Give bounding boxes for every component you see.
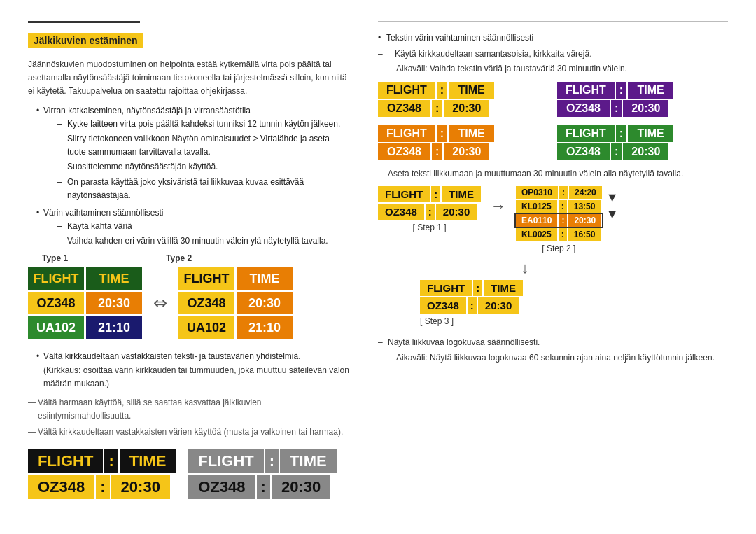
type2-board: FLIGHT TIME OZ348 20:30 (178, 267, 293, 339)
gb4-data-flight: OZ348 (557, 143, 610, 160)
type1-data-row-1: OZ348 20:30 (28, 292, 142, 314)
section-title: Jälkikuvien estäminen (28, 33, 144, 48)
type1-d1-col1: OZ348 (28, 292, 84, 314)
bullet-list-1: Virran katkaiseminen, näytönsäästäjä ja … (28, 104, 350, 248)
gb3-data-time: 20:30 (444, 143, 489, 160)
type1-d2-col2: 21:10 (86, 316, 142, 339)
sc-r3-colon: : (559, 214, 567, 227)
steps-row: FLIGHT : TIME OZ348 : 20:30 [ Step 1 ] → (378, 186, 728, 253)
type1-d1-col2: 20:30 (86, 292, 142, 314)
s1-hdr-time: TIME (442, 186, 481, 202)
gb3-hdr-flight: FLIGHT (378, 125, 435, 142)
avoid-note-1: Vältä kirkkaudeltaan vastakkaisten tekst… (36, 350, 350, 391)
step2-container: OP0310 : 24:20 KL0125 : 13:50 EA0110 (516, 186, 619, 253)
sc-r1-c1: OP0310 (516, 186, 558, 199)
gb2-hdr-flight: FLIGHT (557, 82, 615, 99)
s1-data-colon: : (426, 204, 435, 220)
sc-r3-c1: EA0110 (516, 214, 557, 227)
grid-board-1: FLIGHT : TIME OZ348 : 20:30 (378, 82, 549, 117)
sc-r2-colon: : (559, 200, 567, 213)
type2-data-row-2: UA102 21:10 (178, 316, 293, 339)
bb1-data-flight: OZ348 (28, 475, 94, 499)
bottom-dash-note: Näytä liikkuvaa logokuvaa säännöllisesti… (378, 336, 728, 349)
s3-data-flight: OZ348 (420, 297, 466, 314)
bottom-board-1: FLIGHT : TIME OZ348 : (28, 449, 176, 499)
gb2-hdr-time: TIME (628, 82, 673, 99)
gb4-data-colon: : (611, 143, 622, 160)
type2-d1-col2: 20:30 (237, 292, 293, 314)
sc-r1-c2: 24:20 (569, 186, 602, 199)
bb1-hdr-flight: FLIGHT (28, 449, 103, 473)
type1-d2-col1: UA102 (28, 316, 84, 339)
gb4-hdr-colon: : (616, 125, 626, 142)
em-note-1: Vältä harmaan käyttöä, sillä se saattaa … (28, 396, 350, 423)
grid-board-4: FLIGHT : TIME OZ348 : 20:30 (557, 125, 728, 160)
step3-label: [ Step 3 ] (420, 316, 454, 326)
bb2-data-flight: OZ348 (188, 475, 255, 499)
gb1-data-colon: : (432, 100, 442, 117)
right-column: Tekstin värin vaihtaminen säännöllisesti… (371, 21, 728, 520)
gb2-data-time: 20:30 (623, 100, 668, 117)
step1-board: FLIGHT : TIME OZ348 : 20:30 (378, 186, 481, 220)
bb2-hdr-flight: FLIGHT (188, 449, 263, 473)
type1-label: Type 1 (42, 253, 68, 263)
step2-scroll-board: OP0310 : 24:20 KL0125 : 13:50 EA0110 (516, 186, 602, 241)
avoid-notes: Vältä kirkkaudeltaan vastakkaisten tekst… (28, 350, 350, 391)
type2-d2-col2: 21:10 (237, 316, 293, 339)
gb3-data-colon: : (432, 143, 442, 160)
bb1-hdr-time: TIME (120, 449, 176, 473)
types-row: FLIGHT TIME OZ348 20:30 (28, 267, 350, 339)
step1-label: [ Step 1 ] (412, 223, 446, 232)
bullet-item-1: Virran katkaiseminen, näytönsäästäjä ja … (36, 104, 350, 202)
bb2-data-colon: : (257, 475, 270, 499)
sc-r4-c1: KL0025 (516, 228, 557, 241)
intro-text: Jäännöskuvien muodostuminen on helpointa… (28, 58, 350, 99)
bb1-hdr-colon: : (104, 449, 118, 473)
right-dash-scroll: Aseta teksti liikkumaan ja muuttumaan 30… (378, 167, 728, 181)
bb1-data-time: 20:30 (111, 475, 170, 499)
grid-board-2: FLIGHT : TIME OZ348 : 20:30 (557, 82, 728, 117)
s3-hdr-colon: : (473, 280, 482, 296)
dash-item-2-1: Käytä kahta väriä (57, 220, 350, 233)
gb1-hdr-time: TIME (449, 82, 494, 99)
gb3-data-flight: OZ348 (378, 143, 430, 160)
dash-item-1-2: Siirry tietokoneen valikkoon Näytön omin… (57, 132, 350, 159)
gb2-data-colon: : (611, 100, 622, 117)
dash-item-1-3: Suosittelemme näytönsäästäjän käyttöä. (57, 160, 350, 174)
s1-data-flight: OZ348 (378, 204, 424, 220)
gb4-hdr-flight: FLIGHT (557, 125, 615, 142)
sc-r2-c1: KL0125 (516, 200, 557, 213)
boards-grid-2x2: FLIGHT : TIME OZ348 : 20:30 FLIGHT : TIM… (378, 82, 728, 160)
em-note-2: Vältä kirkkaudeltaan vastakkaisten värie… (28, 426, 350, 439)
right-bullet-1: Tekstin värin vaihtaminen säännöllisesti (378, 31, 728, 45)
sc-r2-c2: 13:50 (568, 200, 601, 213)
type1-data-row-2: UA102 21:10 (28, 316, 142, 339)
type-labels-row: Type 1 Type 2 (42, 253, 350, 263)
gb3-hdr-colon: : (437, 125, 447, 142)
bottom-board-2: FLIGHT : TIME OZ348 : (188, 449, 336, 499)
s1-hdr-colon: : (431, 186, 440, 202)
double-arrow-icon: ⇔ (153, 293, 167, 313)
type1-h-flight: FLIGHT (28, 267, 84, 290)
bb2-hdr-colon: : (265, 449, 279, 473)
type1-h-time: TIME (86, 267, 142, 290)
type2-header-row: FLIGHT TIME (178, 267, 293, 290)
bottom-boards-row: FLIGHT : TIME OZ348 : (28, 449, 350, 499)
gb2-hdr-colon: : (616, 82, 626, 99)
down-arrow-icon: ↓ (522, 259, 529, 277)
step1-item: FLIGHT : TIME OZ348 : 20:30 [ Step 1 ] (378, 186, 481, 232)
s3-data-time: 20:30 (478, 297, 519, 314)
gb4-hdr-time: TIME (628, 125, 673, 142)
right-indent-1: Aikaväli: Vaihda tekstin väriä ja tausta… (378, 62, 728, 76)
step2-to-step3-arrow: ↓ (420, 259, 630, 277)
type2-label: Type 2 (166, 253, 192, 263)
step3-board: FLIGHT : TIME OZ348 : 20:30 (420, 280, 523, 314)
type1-board: FLIGHT TIME OZ348 20:30 (28, 267, 142, 339)
right-header-rule (378, 21, 728, 22)
type1-header-row: FLIGHT TIME (28, 267, 142, 290)
bb2-data-time: 20:30 (272, 475, 330, 499)
right-dash-1: Käytä kirkkaudeltaan samantasoisia, kirk… (378, 48, 728, 61)
scroll-arrows: ▼ ▼ (606, 190, 619, 222)
step2-item: OP0310 : 24:20 KL0125 : 13:50 EA0110 (516, 186, 602, 253)
s3-hdr-flight: FLIGHT (420, 280, 472, 296)
